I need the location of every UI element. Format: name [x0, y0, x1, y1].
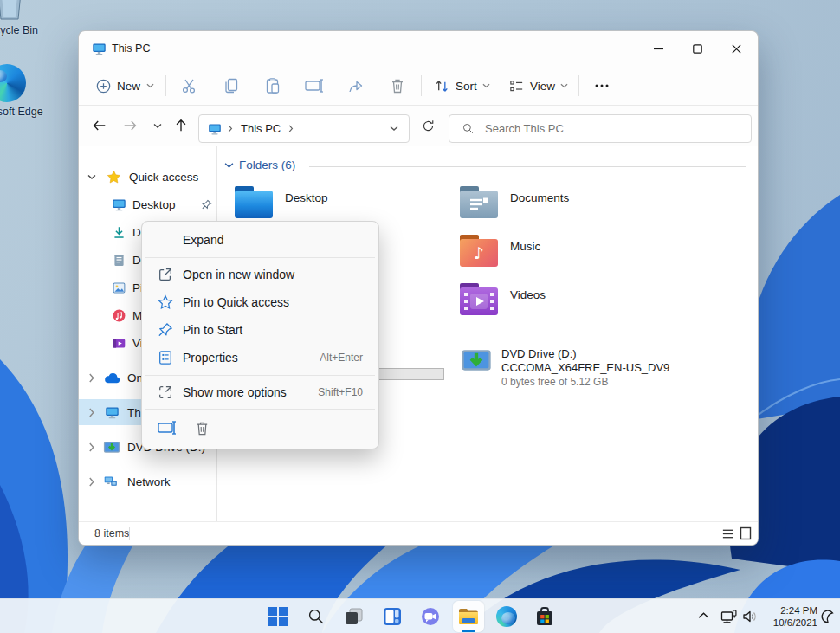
chevron-right-icon[interactable] [87, 477, 96, 487]
widgets-icon [382, 606, 403, 627]
see-more-button[interactable] [588, 72, 616, 100]
chevron-right-icon[interactable] [87, 373, 96, 383]
refresh-button[interactable] [415, 113, 441, 139]
section-rule [309, 166, 746, 167]
menu-delete-button[interactable] [185, 415, 218, 441]
folder-icon: ♪ [460, 235, 498, 267]
start-button[interactable] [262, 601, 294, 632]
sidebar-item-network[interactable]: Network [79, 468, 217, 494]
new-button[interactable]: New [91, 72, 159, 100]
chat-button[interactable] [415, 601, 446, 632]
context-menu: Expand Open in new window Pin to Quick a… [141, 221, 379, 449]
menu-item-properties[interactable]: Properties Alt+Enter [146, 344, 374, 371]
sidebar-item-quick-access[interactable]: Quick access [79, 164, 217, 190]
close-button[interactable] [717, 31, 756, 66]
drive-name: DVD Drive (D:) [501, 347, 669, 361]
share-icon [347, 77, 365, 94]
share-button[interactable] [342, 72, 370, 100]
menu-shortcut: Alt+Enter [320, 352, 363, 364]
menu-rename-button[interactable] [151, 415, 184, 441]
videos-icon [112, 336, 126, 351]
chevron-right-icon[interactable] [87, 408, 96, 417]
desktop-shortcut-edge[interactable]: Microsoft Edge [0, 61, 52, 147]
pin-outline-icon [158, 322, 173, 338]
menu-divider [145, 257, 375, 258]
folders-section-header[interactable]: Folders (6) [224, 158, 295, 171]
taskbar-search-button[interactable] [300, 601, 332, 632]
delete-button[interactable] [384, 72, 411, 100]
store-button[interactable] [529, 601, 560, 632]
status-divider [129, 527, 130, 540]
folder-item-documents[interactable]: Documents [460, 186, 678, 228]
rename-icon [305, 77, 324, 94]
desktop-icon [112, 197, 126, 212]
file-explorer-button[interactable] [453, 601, 484, 632]
cut-button[interactable] [176, 72, 204, 100]
folder-icon [460, 186, 498, 218]
breadcrumb-chevron-icon [288, 125, 294, 132]
volume-icon[interactable] [741, 609, 759, 624]
menu-item-pin-to-quick-access[interactable]: Pin to Quick access [146, 288, 374, 316]
large-icons-view-button[interactable] [739, 526, 753, 540]
download-icon [112, 225, 126, 240]
view-button[interactable]: View [503, 72, 573, 100]
address-bar[interactable]: This PC [198, 114, 410, 143]
desktop-shortcut-label: Recycle Bin [0, 24, 48, 36]
menu-item-pin-to-start[interactable]: Pin to Start [146, 316, 374, 344]
forward-button[interactable] [117, 113, 143, 139]
menu-item-label: Show more options [183, 385, 287, 399]
network-tray-icon[interactable] [720, 609, 738, 624]
chevron-down-icon [560, 83, 568, 88]
title-bar[interactable]: This PC [79, 31, 758, 66]
focus-assist-moon-icon[interactable] [819, 608, 835, 623]
recycle-bin-icon [0, 0, 24, 21]
items-count: 8 items [94, 527, 129, 539]
minimize-button[interactable] [639, 31, 678, 66]
paste-icon [264, 77, 281, 94]
sort-button[interactable]: Sort [429, 72, 495, 100]
folder-item-music[interactable]: ♪ Music [460, 235, 678, 276]
copy-button[interactable] [217, 72, 245, 100]
search-icon [307, 607, 326, 626]
sidebar-item-desktop[interactable]: Desktop [79, 191, 217, 217]
address-dropdown-icon[interactable] [390, 126, 398, 132]
menu-divider [145, 409, 375, 410]
desktop: Recycle Bin Microsoft Edge This PC New [0, 0, 840, 633]
menu-item-open-new-window[interactable]: Open in new window [146, 261, 374, 288]
drive-item-dvd[interactable]: DVD Drive (D:) CCCOMA_X64FRE_EN-US_DV9 0… [460, 346, 678, 394]
new-button-label: New [117, 80, 140, 93]
this-pc-icon [208, 122, 222, 136]
search-box[interactable] [449, 114, 752, 143]
rename-button[interactable] [300, 72, 328, 100]
tray-chevron-up-icon[interactable] [698, 611, 709, 619]
network-icon [103, 475, 118, 489]
paste-button[interactable] [259, 72, 287, 100]
folder-item-videos[interactable]: Videos [460, 283, 678, 325]
arrow-left-icon [92, 118, 107, 133]
menu-item-show-more-options[interactable]: Show more options Shift+F10 [146, 378, 374, 406]
details-view-button[interactable] [721, 527, 734, 540]
chevron-down-icon[interactable] [87, 174, 96, 180]
task-view-button[interactable] [339, 601, 370, 632]
breadcrumb-this-pc[interactable]: This PC [239, 122, 282, 135]
menu-item-label: Expand [183, 233, 223, 247]
command-bar: New Sort View [79, 66, 758, 106]
refresh-icon [421, 119, 436, 133]
edge-button[interactable] [491, 601, 522, 632]
maximize-button[interactable] [678, 31, 717, 66]
desktop-shortcut-recycle-bin[interactable]: Recycle Bin [0, 0, 52, 48]
folders-section-label: Folders (6) [239, 158, 295, 171]
arrow-up-icon [173, 118, 189, 133]
chevron-right-icon[interactable] [87, 442, 96, 452]
search-input[interactable] [485, 122, 701, 135]
up-button[interactable] [168, 113, 194, 139]
clock[interactable]: 2:24 PM 10/6/2021 [773, 604, 817, 629]
back-button[interactable] [87, 113, 113, 139]
menu-item-expand[interactable]: Expand [146, 226, 374, 254]
recent-locations-button[interactable] [145, 113, 171, 139]
tray-date: 10/6/2021 [773, 617, 817, 629]
view-icon [508, 78, 525, 94]
folder-name: Documents [510, 191, 569, 204]
widgets-button[interactable] [377, 601, 408, 632]
chevron-down-icon [153, 123, 162, 129]
